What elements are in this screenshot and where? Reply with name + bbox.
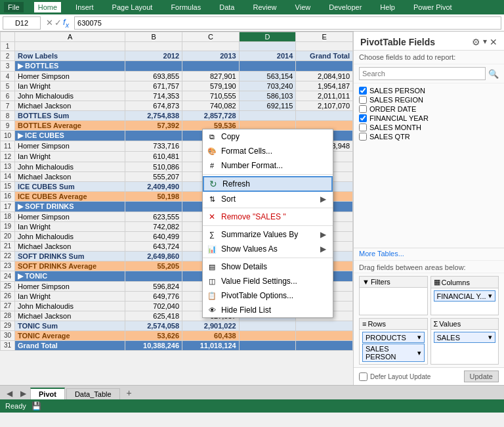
- cell-e2[interactable]: Grand Total: [296, 51, 353, 61]
- ctx-item-copy[interactable]: ⧉Copy: [203, 129, 333, 144]
- ribbon-tab-help[interactable]: Help: [376, 2, 399, 12]
- cell-a26[interactable]: Ian Wright: [15, 291, 125, 301]
- cell-b8[interactable]: 2,754,838: [125, 111, 182, 121]
- cell-a23[interactable]: SOFT DRINKS Average: [15, 261, 125, 271]
- ctx-item-value-field-settings---[interactable]: ◫Value Field Settings...: [203, 274, 333, 288]
- pivot-settings-icon[interactable]: ⚙: [472, 37, 480, 47]
- ctx-item-show-details[interactable]: ▤Show Details: [203, 259, 333, 274]
- pivot-chip-financial-year[interactable]: FINANCIAL Y... ▾: [434, 290, 496, 302]
- pivot-field-checkbox-5[interactable]: [359, 133, 367, 141]
- ctx-item-remove--sales--[interactable]: ✕Remove "SALES ": [203, 210, 333, 224]
- cell-a1[interactable]: [15, 42, 125, 51]
- chip-dropdown-icon[interactable]: ▾: [417, 349, 421, 357]
- cell-e7[interactable]: 2,107,070: [296, 101, 353, 111]
- pivot-chip-products[interactable]: PRODUCTS ▾: [362, 332, 425, 343]
- ctx-item-number-format---[interactable]: #Number Format...: [203, 158, 333, 173]
- cell-b6[interactable]: 714,353: [125, 91, 182, 101]
- cell-a19[interactable]: Ian Wright: [15, 221, 125, 231]
- sheet-nav-right[interactable]: ▶: [16, 388, 30, 399]
- cell-b1[interactable]: [125, 42, 182, 51]
- cell-b16[interactable]: 50,198: [125, 191, 182, 201]
- ctx-item-sort[interactable]: ⇅Sort▶: [203, 192, 333, 206]
- add-sheet-button[interactable]: +: [121, 386, 137, 399]
- ribbon-tab-data[interactable]: Data: [215, 2, 238, 12]
- col-header-d[interactable]: D: [239, 32, 296, 42]
- cell-d4[interactable]: 563,154: [239, 72, 296, 81]
- cell-a31[interactable]: Grand Total: [15, 340, 125, 350]
- defer-layout-checkbox[interactable]: [359, 372, 368, 381]
- ribbon-tab-developer[interactable]: Developer: [325, 2, 366, 12]
- pivot-field-checkbox-0[interactable]: [359, 87, 367, 95]
- chip-dropdown-icon[interactable]: ▾: [488, 292, 492, 300]
- cell-e3[interactable]: [296, 61, 353, 72]
- ribbon-tab-formulas[interactable]: Formulas: [167, 2, 205, 12]
- cell-d3[interactable]: [239, 61, 296, 72]
- cell-a29[interactable]: TONIC Sum: [15, 321, 125, 330]
- cell-b25[interactable]: 596,824: [125, 281, 182, 291]
- sheet-tab-pivot[interactable]: Pivot: [30, 388, 65, 399]
- cell-c5[interactable]: 579,190: [182, 81, 240, 91]
- cell-b11[interactable]: 733,716: [125, 141, 182, 152]
- cancel-formula-icon[interactable]: ✕: [46, 18, 53, 28]
- cell-b9[interactable]: 57,392: [125, 121, 182, 131]
- update-button[interactable]: Update: [464, 371, 499, 382]
- pivot-search-input[interactable]: [359, 67, 486, 80]
- cell-b27[interactable]: 702,040: [125, 301, 182, 311]
- col-header-e[interactable]: E: [296, 32, 353, 42]
- pivot-chip-sales[interactable]: SALES ▾: [434, 332, 496, 343]
- cell-b3[interactable]: [125, 61, 182, 72]
- cell-a24[interactable]: ▶ TONIC: [15, 271, 125, 281]
- cell-a28[interactable]: Michael Jackson: [15, 311, 125, 321]
- cell-a6[interactable]: John Michaloudis: [15, 91, 125, 101]
- cell-c3[interactable]: [182, 61, 240, 72]
- cell-a8[interactable]: BOTTLES Sum: [15, 111, 125, 121]
- sheet-tab-datatable[interactable]: Data_Table: [66, 388, 120, 399]
- cell-b5[interactable]: 671,757: [125, 81, 182, 91]
- ribbon-tab-pagelayout[interactable]: Page Layout: [108, 2, 157, 12]
- cell-d8[interactable]: [239, 111, 296, 121]
- cell-a14[interactable]: Michael Jackson: [15, 171, 125, 181]
- cell-e31[interactable]: [296, 340, 353, 350]
- cell-a27[interactable]: John Michaloudis: [15, 301, 125, 311]
- ribbon-tab-file[interactable]: File: [4, 2, 24, 12]
- cell-b21[interactable]: 643,724: [125, 241, 182, 251]
- pivot-chip-sales-person[interactable]: SALES PERSON ▾: [362, 344, 425, 362]
- cell-b30[interactable]: 53,626: [125, 330, 182, 340]
- col-header-b[interactable]: B: [125, 32, 182, 42]
- cell-b24[interactable]: [125, 271, 182, 281]
- col-header-c[interactable]: C: [182, 32, 240, 42]
- pivot-field-checkbox-1[interactable]: [359, 96, 367, 104]
- cell-a9[interactable]: BOTTLES Average: [15, 121, 125, 131]
- cell-e4[interactable]: 2,084,910: [296, 72, 353, 81]
- cell-b23[interactable]: 55,205: [125, 261, 182, 271]
- cell-a3[interactable]: ▶ BOTTLES: [15, 61, 125, 72]
- cell-a10[interactable]: ▶ ICE CUBES: [15, 131, 125, 141]
- cell-c30[interactable]: 60,438: [182, 330, 240, 340]
- cell-a2[interactable]: Row Labels: [15, 51, 125, 61]
- cell-d7[interactable]: 692,115: [239, 101, 296, 111]
- cell-e1[interactable]: [296, 42, 353, 51]
- cell-reference-box[interactable]: D12: [3, 16, 41, 30]
- cell-d31[interactable]: [239, 340, 296, 350]
- cell-b15[interactable]: 2,409,490: [125, 181, 182, 191]
- cell-b10[interactable]: [125, 131, 182, 141]
- cell-e8[interactable]: [296, 111, 353, 121]
- ribbon-tab-powerpivot[interactable]: Power Pivot: [410, 2, 456, 12]
- insert-function-icon[interactable]: fx: [63, 17, 69, 29]
- cell-b19[interactable]: 742,082: [125, 221, 182, 231]
- pivot-field-checkbox-3[interactable]: [359, 114, 367, 122]
- cell-d29[interactable]: [239, 321, 296, 330]
- chip-dropdown-icon[interactable]: ▾: [488, 333, 492, 342]
- ctx-item-hide-field-list[interactable]: 👁Hide Field List: [203, 303, 333, 317]
- cell-a11[interactable]: Homer Simpson: [15, 141, 125, 152]
- cell-b14[interactable]: 555,207: [125, 171, 182, 181]
- cell-a21[interactable]: Michael Jackson: [15, 241, 125, 251]
- ctx-item-format-cells---[interactable]: 🎨Format Cells...: [203, 144, 333, 158]
- cell-c29[interactable]: 2,901,022: [182, 321, 240, 330]
- ctx-item-pivottable-options---[interactable]: 📋PivotTable Options...: [203, 288, 333, 303]
- pivot-chevron-down-icon[interactable]: ▾: [483, 37, 487, 47]
- confirm-formula-icon[interactable]: ✓: [54, 18, 62, 28]
- cell-a22[interactable]: SOFT DRINKS Sum: [15, 251, 125, 261]
- cell-a20[interactable]: John Michaloudis: [15, 231, 125, 241]
- cell-a16[interactable]: ICE CUBES Average: [15, 191, 125, 201]
